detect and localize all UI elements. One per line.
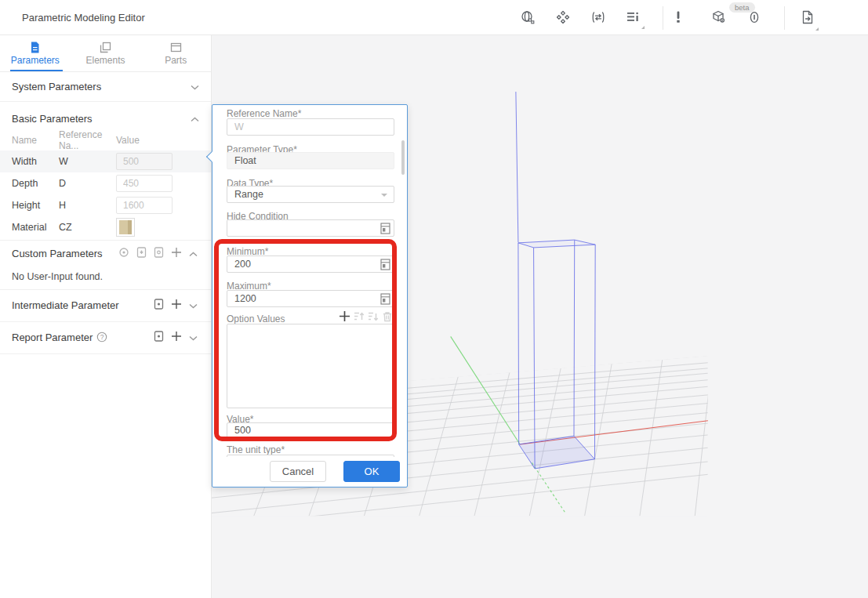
add-custom-parameter-button[interactable] bbox=[171, 247, 182, 259]
height-value-input[interactable] bbox=[116, 197, 173, 214]
model-library-icon[interactable] bbox=[521, 10, 535, 24]
tab-elements[interactable]: Elements bbox=[71, 35, 141, 71]
param-name: Material bbox=[0, 222, 59, 233]
param-ref: D bbox=[59, 178, 116, 189]
select-caret-icon bbox=[381, 194, 387, 197]
add-intermediate-parameter-button[interactable] bbox=[171, 299, 182, 311]
param-table-header: Name Reference Na... Value bbox=[0, 130, 211, 150]
doc-dot-icon[interactable] bbox=[154, 299, 164, 312]
formula-icon[interactable] bbox=[380, 259, 390, 270]
chevron-down-icon[interactable] bbox=[189, 332, 198, 343]
section-title: Custom Parameters bbox=[12, 248, 103, 259]
tab-parameters[interactable]: Parameters bbox=[0, 35, 71, 71]
depth-value-input[interactable] bbox=[116, 175, 173, 192]
swap-arrows-icon[interactable] bbox=[591, 10, 605, 24]
dialog-scrollbar[interactable] bbox=[401, 140, 405, 175]
section-report-parameter[interactable]: Report Parameter ? bbox=[0, 322, 211, 352]
doc-star-icon[interactable] bbox=[136, 247, 147, 260]
material-swatch[interactable] bbox=[116, 218, 135, 237]
parameters-doc-icon bbox=[29, 42, 41, 53]
table-row-material[interactable]: Material CZ bbox=[0, 216, 211, 238]
divider bbox=[0, 353, 211, 354]
section-system-parameters[interactable]: System Parameters bbox=[0, 72, 211, 102]
parametric-modeling-editor-window: Parametric Modeling Editor beta bbox=[0, 0, 868, 598]
page-title: Parametric Modeling Editor bbox=[22, 0, 145, 35]
custom-parameters-empty-text: No User-Input found. bbox=[0, 266, 211, 288]
tab-label: Elements bbox=[85, 56, 125, 65]
col-header-value: Value bbox=[116, 135, 211, 146]
parameter-edit-dialog: Reference Name* Parameter Type* Float Da… bbox=[212, 104, 408, 487]
section-intermediate-parameter[interactable]: Intermediate Parameter bbox=[0, 290, 211, 320]
section-title: Basic Parameters bbox=[12, 113, 93, 125]
data-type-select[interactable]: Range bbox=[227, 186, 394, 203]
parameter-type-field: Float bbox=[227, 152, 394, 169]
cancel-button[interactable]: Cancel bbox=[270, 461, 326, 482]
maximum-input[interactable] bbox=[227, 290, 394, 307]
option-values-label: Option Values bbox=[227, 313, 285, 324]
table-row-height[interactable]: Height H bbox=[0, 194, 211, 216]
move-option-down-icon bbox=[368, 311, 379, 322]
chevron-down-icon bbox=[191, 81, 199, 92]
export-dropdown-caret[interactable] bbox=[815, 27, 819, 31]
chevron-up-icon[interactable] bbox=[189, 248, 198, 259]
pin-icon[interactable] bbox=[671, 10, 685, 24]
unit-type-label: The unit type* bbox=[227, 444, 285, 455]
tab-label: Parameters bbox=[11, 56, 60, 65]
doc-dot-icon[interactable] bbox=[154, 247, 164, 260]
dialog-footer: Cancel OK bbox=[213, 457, 406, 486]
value-input[interactable] bbox=[227, 422, 394, 438]
section-title: Report Parameter bbox=[12, 332, 93, 343]
tab-label: Parts bbox=[165, 56, 187, 65]
reference-name-label: Reference Name* bbox=[227, 108, 301, 119]
col-header-reference: Reference Na... bbox=[59, 129, 116, 151]
width-value-input[interactable] bbox=[116, 153, 173, 170]
box-bottom-face bbox=[519, 436, 595, 469]
section-title: System Parameters bbox=[12, 81, 101, 92]
param-ref: CZ bbox=[59, 222, 116, 233]
table-row-depth[interactable]: Depth D bbox=[0, 172, 211, 194]
chevron-down-icon[interactable] bbox=[189, 299, 198, 311]
pattern-icon[interactable] bbox=[556, 10, 570, 24]
reference-name-input[interactable] bbox=[227, 118, 394, 136]
param-name: Height bbox=[0, 200, 59, 211]
add-report-parameter-button[interactable] bbox=[171, 331, 182, 343]
param-name: Width bbox=[0, 156, 59, 167]
hide-condition-input[interactable] bbox=[227, 219, 394, 237]
binding-icon[interactable] bbox=[747, 10, 761, 24]
param-ref: H bbox=[59, 200, 116, 211]
target-icon[interactable] bbox=[118, 247, 129, 260]
section-custom-parameters[interactable]: Custom Parameters bbox=[0, 241, 211, 266]
wood-texture bbox=[119, 220, 132, 234]
cube-settings-icon[interactable] bbox=[712, 10, 726, 24]
section-basic-parameters[interactable]: Basic Parameters bbox=[0, 102, 211, 130]
add-option-button[interactable] bbox=[339, 310, 350, 322]
tab-parts[interactable]: Parts bbox=[140, 35, 211, 71]
header-divider bbox=[663, 6, 663, 30]
delete-option-icon bbox=[382, 311, 393, 322]
header-divider bbox=[784, 6, 785, 30]
active-tab-indicator bbox=[10, 70, 63, 71]
header-bar: Parametric Modeling Editor beta bbox=[0, 0, 868, 35]
table-row-width[interactable]: Width W bbox=[0, 150, 211, 172]
list-info-icon[interactable] bbox=[626, 10, 641, 24]
ok-button[interactable]: OK bbox=[343, 461, 400, 482]
svg-text:?: ? bbox=[100, 333, 104, 341]
help-question-icon[interactable]: ? bbox=[96, 332, 107, 342]
sidebar-tabbar: Parameters Elements Parts bbox=[0, 35, 211, 72]
parameters-sidebar: Parameters Elements Parts System Paramet… bbox=[0, 35, 212, 598]
param-ref: W bbox=[59, 156, 116, 167]
option-values-list[interactable] bbox=[227, 324, 394, 408]
move-option-up-icon bbox=[354, 311, 365, 322]
minimum-input[interactable] bbox=[227, 256, 394, 273]
export-doc-icon[interactable] bbox=[801, 10, 815, 24]
doc-dot-icon[interactable] bbox=[154, 331, 164, 344]
chevron-up-icon bbox=[191, 113, 199, 125]
param-name: Depth bbox=[0, 178, 59, 189]
z-axis-green-dashed bbox=[532, 462, 565, 513]
formula-icon[interactable] bbox=[380, 293, 390, 304]
section-title: Intermediate Parameter bbox=[12, 299, 119, 311]
parts-icon bbox=[170, 42, 182, 53]
formula-icon[interactable] bbox=[380, 223, 390, 234]
list-info-dropdown-caret[interactable] bbox=[641, 26, 645, 29]
col-header-name: Name bbox=[0, 135, 59, 146]
